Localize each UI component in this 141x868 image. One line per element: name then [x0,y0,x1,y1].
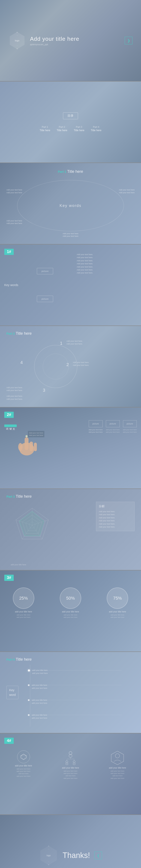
percent-value-1: 25% [19,596,28,601]
svg-rect-3 [25,437,28,450]
badge-1: 1# [4,249,14,255]
toc-item-4[interactable]: Part 4 Title here [91,126,101,132]
percent-circle-3: 75% [107,588,128,609]
toc-title-3: Title here [74,129,85,132]
logo-hexagon: logo [8,32,26,49]
toc-items: Part 1 Title here Part 2 Title here Part… [40,126,101,132]
gem-icon [17,750,30,763]
toc-part-3: Part 3 [74,126,85,128]
circ-num-2: 2 [66,362,69,367]
analysis-title: 分析 [99,504,132,508]
arrow-button[interactable]: ❯ [125,37,133,44]
icon-item-3: add your title here add your text heread… [109,750,126,779]
part3-label: Part 3 [6,495,15,498]
picture-box-1: picture [37,268,53,274]
part2-label: Part 2 [6,332,15,335]
circle-75: 75% add your title here add your title h… [107,588,128,618]
svg-line-23 [21,756,24,760]
text-top-left: Add your text hereAdd your text here [6,189,22,194]
svg-point-30 [66,761,68,763]
svg-point-6 [18,443,23,451]
part3-title: Title here [16,494,31,499]
icon-item-1: add your title here add your text heread… [15,750,32,777]
toc-title-4: Title here [91,129,101,132]
circle-50: 50% add your title here add your title h… [60,588,81,618]
svg-marker-18 [19,511,44,536]
circ-num-1: 1 [60,341,62,346]
toc-title-1: Title here [40,129,50,132]
percent-sub-2: add your title hereadd your text here [60,614,81,618]
percent-sub-3: add your title hereadd your text here [107,614,128,618]
sub-title: pptenyoucan_ppt [30,43,125,45]
circ-num-4: 4 [20,360,23,365]
thanks-logo: logo [39,846,58,865]
slide-9-part4: Part 4 Title here Keyword add your title… [0,652,141,733]
thanks-arrow[interactable]: ❮ [94,851,102,859]
slide-7-part3: Part 3 Title here 分析 [0,489,141,570]
icons-row: add your title here add your text heread… [0,750,141,779]
part1-header: Part 1 Title here [58,169,83,174]
svg-point-0 [34,345,77,388]
timeline-row-1: add your title hereadd your text here [28,669,135,675]
icon-sub-3: add your text hereadd your text hereadd … [109,770,126,779]
left-text-block: Add your text here.Add your text here.Ad… [6,386,23,401]
percent-circle-1: 25% [13,588,34,609]
toc-part-1: Part 1 [40,126,50,128]
thanks-logo-text: logo [47,854,51,857]
toc-item-2[interactable]: Part 2 Title here [56,126,67,132]
toc-item-3[interactable]: Part 3 Title here [74,126,85,132]
text-bottom-center: Add your text hereAdd your text here [63,232,78,238]
toc-item-1[interactable]: Part 1 Title here [40,126,50,132]
icon-sub-1: add your text hereadd your text hereadd … [15,768,32,777]
circ-text-2: Add your text here.Add your text here. [73,361,89,367]
percent-value-2: 50% [66,596,75,601]
slide-8-3hash: 3# 25% add your title here add your titl… [0,570,141,651]
svg-rect-5 [34,443,37,451]
part1-title: Title here [67,169,83,174]
slide-4-1hash: 1# Key words picture picture Add your te… [0,245,141,326]
svg-point-1 [43,354,69,379]
ellipse-container: Key words [17,180,124,231]
icon-title-3: add your title here [109,767,126,769]
svg-point-25 [69,751,72,754]
badge-2: 2# [4,412,14,418]
svg-line-22 [24,754,26,756]
key-words-center: Key words [60,204,81,208]
text-bottom-left: Add your text hereAdd your text here [6,219,22,225]
percent-title-2: add your title here [60,611,81,613]
pictures-row: picture Add your text hereAdd your text … [89,420,137,433]
text-top-right: Add your text hereAdd your text here [119,189,135,194]
toc-part-2: Part 2 [56,126,67,128]
slide-6-2hash: 2# 关键词 [0,407,141,489]
percent-title-1: add your title here [13,611,34,613]
icon-title-1: add your title here [15,765,32,767]
toc-title: 目录 [63,113,78,119]
percent-circle-2: 50% [60,588,81,609]
hand-image [13,425,41,457]
circ-num-3: 3 [43,388,45,393]
part4-header: Part 4 Title here [6,657,32,662]
overlay-text: Add your text hereAdd your text here [28,431,44,437]
pic-col-1: picture Add your text hereAdd your text … [89,420,103,433]
icon-title-2: add your title here [62,767,79,769]
right-text-block: Add your text here.Add your text here.Ad… [77,253,137,275]
key-words-left: Key words [4,283,18,287]
svg-rect-34 [73,763,75,765]
circles-row: 25% add your title here add your title h… [0,588,141,618]
icon-item-2: add your title here add your text heread… [62,750,79,779]
hex-icon [110,750,125,765]
circ-text-1: Add your text here.Add your text here. [66,340,83,345]
timeline-area: add your title hereadd your text here ad… [28,665,135,726]
pic-col-2: picture add your text hereadd your text … [106,420,120,433]
percent-sub-1: add your title hereadd your text here [13,614,34,618]
radar-chart [8,502,56,549]
svg-rect-26 [69,755,72,757]
picture-box-2: picture [37,296,53,302]
badge-3: 3# [4,575,14,581]
slide-5-part2: Part 2 Title here 1 Add your text here.A… [0,326,141,407]
thanks-title: Thanks! [63,851,90,860]
add-title-text: add your title here [11,564,26,566]
key-word-center: Keyword [6,686,19,699]
svg-point-7 [25,435,28,437]
slide-3-part1: Part 1 Title here Key words Add your tex… [0,163,141,244]
